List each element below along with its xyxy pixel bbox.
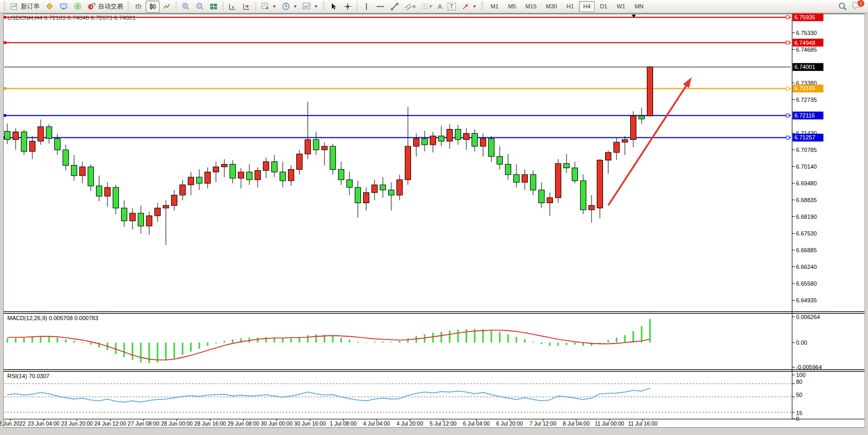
- price-chart[interactable]: MACD(12,26,9) 0.005708 0.000783RSI(14) 7…: [0, 13, 868, 435]
- candlestick: [380, 185, 386, 190]
- candlestick: [347, 180, 353, 187]
- timeframe-button-m15[interactable]: M15: [521, 1, 540, 12]
- line-right-handle[interactable]: [786, 136, 789, 139]
- macd-histogram-bar: [499, 332, 501, 343]
- time-label[interactable]: 23 Jun 20:00: [61, 420, 93, 427]
- candlestick-chart-icon: [148, 2, 157, 11]
- line-left-handle[interactable]: [4, 114, 6, 117]
- line-left-handle[interactable]: [4, 16, 6, 19]
- candlestick: [355, 187, 361, 203]
- candlestick: [305, 139, 311, 154]
- time-label[interactable]: 28 Jun 00:00: [161, 420, 193, 427]
- time-label[interactable]: 4 Jul 20:00: [396, 420, 424, 427]
- chevron-down-icon: ▼: [293, 4, 297, 9]
- cursor-tool-button[interactable]: [327, 1, 341, 13]
- horizontal-line-tool-button[interactable]: [373, 1, 388, 13]
- indicators-button[interactable]: ▼: [258, 1, 279, 13]
- time-label[interactable]: 11 Jul 00:00: [595, 420, 624, 427]
- tile-windows-button[interactable]: [207, 1, 221, 13]
- rsi-tick-label: 100: [796, 372, 805, 378]
- candlestick: [439, 136, 444, 141]
- candlestick: [489, 138, 495, 156]
- candlestick: [288, 169, 294, 181]
- new-order-button[interactable]: 新订单: [7, 1, 42, 13]
- search-icon[interactable]: [838, 2, 847, 11]
- time-label[interactable]: 6 Jul 20:00: [496, 420, 523, 427]
- text-tool-button[interactable]: A: [435, 1, 445, 13]
- templates-button[interactable]: ▼: [300, 1, 321, 13]
- time-label[interactable]: 5 Jul 12:00: [430, 420, 457, 427]
- chart-shift-button[interactable]: [239, 1, 254, 13]
- timeframe-button-h4[interactable]: H4: [579, 1, 595, 12]
- timeframe-button-m1[interactable]: M1: [487, 1, 503, 12]
- price-tick-label: 6.70140: [796, 163, 817, 170]
- macd-histogram-bar: [608, 340, 609, 343]
- time-label[interactable]: 7 Jul 12:00: [529, 420, 557, 427]
- auto-scroll-button[interactable]: [225, 1, 239, 13]
- equidistant-channel-tool-button[interactable]: E: [402, 1, 418, 13]
- market-watch-button[interactable]: [42, 1, 56, 13]
- timeframe-button-m5[interactable]: M5: [504, 1, 520, 12]
- line-right-handle[interactable]: [786, 114, 789, 117]
- autotrading-button[interactable]: 自动交易: [85, 1, 126, 13]
- line-right-handle[interactable]: [786, 87, 789, 90]
- line-right-handle[interactable]: [786, 41, 789, 44]
- macd-histogram-bar: [49, 337, 50, 343]
- signals-button[interactable]: [70, 1, 85, 13]
- macd-histogram-bar: [90, 343, 92, 345]
- bar-chart-mode-button[interactable]: [131, 1, 146, 13]
- candlestick: [314, 139, 319, 150]
- macd-tick-label: 0.00: [796, 339, 807, 346]
- panel-splitter[interactable]: [4, 370, 864, 372]
- macd-histogram-bar: [291, 338, 292, 343]
- timeframe-button-h1[interactable]: H1: [562, 1, 578, 12]
- macd-histogram-bar: [457, 330, 459, 343]
- vertical-line-tool-button[interactable]: [359, 1, 373, 13]
- crosshair-tool-button[interactable]: [341, 1, 355, 13]
- text-label-tool-button[interactable]: T: [445, 1, 459, 13]
- time-label[interactable]: 30 Jun 00:00: [261, 420, 293, 427]
- time-label[interactable]: 27 Jun 08:00: [128, 420, 160, 427]
- line-chart-icon: [162, 2, 171, 11]
- toolbar: 新订单 自动交易: [0, 0, 868, 13]
- new-order-icon: [10, 2, 19, 11]
- line-left-handle[interactable]: [4, 41, 6, 44]
- price-tick-label: 6.65580: [796, 280, 817, 287]
- trendline-tool-button[interactable]: [388, 1, 402, 13]
- fibonacci-glyph: F: [430, 4, 432, 9]
- navigator-button[interactable]: [56, 1, 70, 13]
- macd-histogram-bar: [23, 338, 25, 343]
- macd-histogram-bar: [82, 343, 83, 343]
- time-label[interactable]: 6 Jul 04:00: [463, 420, 490, 427]
- macd-histogram-bar: [558, 343, 559, 346]
- fibonacci-tool-button[interactable]: F: [418, 1, 435, 13]
- zoom-in-button[interactable]: [178, 1, 192, 13]
- timeframe-button-mn[interactable]: MN: [631, 1, 648, 12]
- time-label[interactable]: 22 Jun 2022: [0, 420, 26, 427]
- panel-splitter[interactable]: [4, 312, 864, 314]
- time-label[interactable]: 4 Jul 04:00: [363, 420, 390, 427]
- timeframe-button-d1[interactable]: D1: [596, 1, 611, 12]
- time-label[interactable]: 24 Jun 12:00: [94, 420, 126, 427]
- time-label[interactable]: 8 Jul 04:00: [563, 420, 590, 427]
- time-label[interactable]: 30 Jun 16:00: [294, 420, 326, 427]
- periods-button[interactable]: ▼: [279, 1, 300, 13]
- candlestick-mode-button[interactable]: [146, 1, 160, 13]
- macd-histogram-bar: [508, 334, 509, 343]
- time-label[interactable]: 29 Jun 08:00: [227, 420, 259, 427]
- time-label[interactable]: 1 Jul 08:00: [330, 420, 357, 427]
- notifications-button[interactable]: 1: [852, 1, 862, 11]
- zoom-out-button[interactable]: [192, 1, 207, 13]
- time-label[interactable]: 11 Jul 16:00: [628, 420, 658, 427]
- line-chart-mode-button[interactable]: [160, 1, 174, 13]
- macd-tick-label: -0.005964: [796, 364, 822, 370]
- line-right-handle[interactable]: [786, 16, 789, 19]
- time-label[interactable]: 28 Jun 16:00: [194, 420, 226, 427]
- macd-histogram-bar: [207, 343, 209, 346]
- line-left-handle[interactable]: [4, 87, 6, 90]
- arrows-tool-button[interactable]: ▼: [459, 1, 479, 13]
- time-label[interactable]: 23 Jun 04:00: [28, 420, 59, 427]
- timeframe-button-w1[interactable]: W1: [612, 1, 630, 12]
- macd-histogram-bar: [132, 343, 134, 360]
- timeframe-button-m30[interactable]: M30: [542, 1, 561, 12]
